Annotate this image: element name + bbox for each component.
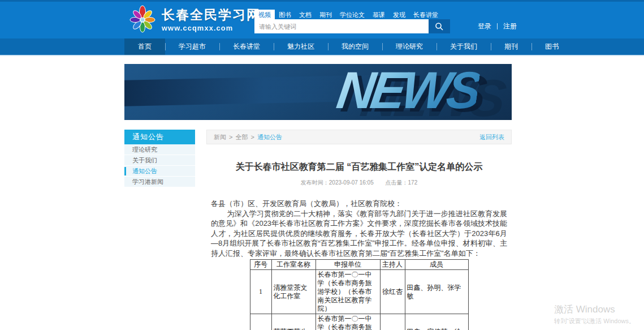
main-nav: 首页 学习超市 长春讲堂 魅力社区 我的空间 理论研究 关于我们 期刊 图书 — [0, 38, 644, 55]
table-header-members: 成员 — [405, 260, 468, 270]
sidebar-item-about[interactable]: 关于我们 — [124, 155, 195, 166]
nav-item-home[interactable]: 首页 — [124, 38, 165, 55]
workshop-table: 序号 工作室名称 申报单位 主持人 成员 1 清雅堂茶文化工作室 长春市第一〇一… — [250, 259, 469, 330]
search-block: 视频 图书 文档 期刊 学位论文 慕课 发现 长春讲堂 — [254, 10, 450, 33]
sidebar-item-theory[interactable]: 理论研究 — [124, 144, 195, 155]
cell-org: 长春市第一〇一中学（长春市商务旅游学校）（长春市南关区社区教育学院） — [315, 270, 380, 314]
cell-org: 长春市第一〇一中学（长春市商务旅游学校）（长春市南关区社区教育学院） — [315, 314, 380, 330]
search-tab-theses[interactable]: 学位论文 — [336, 10, 369, 19]
search-input[interactable] — [254, 19, 429, 33]
article-paragraph: 各县（市）区、开发区教育局（文教局），社区教育院校： — [211, 199, 507, 209]
breadcrumb-separator: > — [229, 134, 232, 140]
table-header-org: 申报单位 — [315, 260, 380, 270]
nav-item-journal[interactable]: 期刊 — [491, 38, 531, 55]
search-tab-journals[interactable]: 期刊 — [315, 10, 336, 19]
watermark-subtitle: 转到“设置”以激活 Windows。 — [554, 317, 635, 325]
search-button[interactable] — [429, 19, 450, 33]
breadcrumb-separator: > — [250, 134, 254, 140]
table-row: 2 花艺园艺生活工作室 长春市第一〇一中学（长春市商务旅游学校）（长春市南关区社… — [250, 314, 468, 330]
breadcrumb-current: 通知公告 — [257, 133, 282, 142]
cell-name: 花艺园艺生活工作室 — [271, 314, 315, 330]
article-title: 关于长春市社区教育第二届 “百艺雅集工作室”认定名单的公示 — [206, 161, 512, 173]
table-header-host: 主持人 — [380, 260, 405, 270]
site-title: 长春全民学习网 — [162, 6, 261, 24]
back-to-list-link[interactable]: 返回列表 — [479, 133, 504, 142]
nav-item-changchun-lecture[interactable]: 长春讲堂 — [219, 38, 274, 55]
sidebar-title: 通知公告 — [124, 130, 195, 144]
site-logo[interactable]: 长春全民学习网 www.ccqmxx.com — [129, 5, 261, 34]
article-meta: 发布时间：2023-09-07 16:05 点击量：172 — [206, 179, 512, 187]
nav-item-theory[interactable]: 理论研究 — [382, 38, 436, 55]
auth-divider — [497, 23, 498, 29]
login-link[interactable]: 登录 — [478, 22, 491, 31]
sidebar: 通知公告 理论研究 关于我们 通知公告 学习港新闻 — [124, 130, 195, 187]
search-tab-mooc[interactable]: 慕课 — [369, 10, 389, 19]
site-url: www.ccqmxx.com — [162, 24, 261, 32]
table-header-name: 工作室名称 — [271, 260, 315, 270]
main-content: 新闻 > 全部 > 通知公告 返回列表 关于长春市社区教育第二届 “百艺雅集工作… — [206, 130, 512, 330]
search-tabs: 视频 图书 文档 期刊 学位论文 慕课 发现 长春讲堂 — [254, 10, 450, 19]
search-tab-books[interactable]: 图书 — [275, 10, 295, 19]
nav-item-books[interactable]: 图书 — [531, 38, 572, 55]
table-row: 1 清雅堂茶文化工作室 长春市第一〇一中学（长春市商务旅游学校）（长春市南关区社… — [250, 270, 468, 314]
watermark-title: 激活 Windows — [554, 303, 635, 316]
windows-activation-watermark: 激活 Windows 转到“设置”以激活 Windows。 — [554, 303, 635, 325]
table-header-row: 序号 工作室名称 申报单位 主持人 成员 — [250, 260, 468, 270]
sidebar-item-news[interactable]: 学习港新闻 — [124, 177, 195, 187]
nav-item-my-space[interactable]: 我的空间 — [328, 38, 382, 55]
search-tab-video[interactable]: 视频 — [254, 10, 275, 19]
table-header-no: 序号 — [250, 260, 271, 270]
nav-item-learning-market[interactable]: 学习超市 — [165, 38, 219, 55]
article-paragraph: 为深入学习贯彻党的二十大精神，落实《教育部等九部门关于进一步推进社区教育发展的意… — [211, 209, 507, 259]
cell-no: 2 — [250, 314, 271, 330]
cell-host: 刘丹 — [380, 314, 405, 330]
search-tab-discover[interactable]: 发现 — [389, 10, 409, 19]
sidebar-item-notices[interactable]: 通知公告 — [124, 166, 195, 177]
nav-item-about[interactable]: 关于我们 — [436, 38, 491, 55]
search-tab-docs[interactable]: 文档 — [295, 10, 315, 19]
search-icon — [435, 22, 444, 31]
news-banner: NEWS NEWS NEWS — [124, 64, 512, 120]
cell-members: 田鑫、宗佳慧、徐红杏、刘萌萌 — [405, 314, 468, 330]
register-link[interactable]: 注册 — [503, 22, 517, 31]
nav-underline — [0, 55, 644, 56]
cell-no: 1 — [250, 270, 271, 314]
breadcrumb-news[interactable]: 新闻 — [214, 133, 226, 142]
news-banner-text: NEWS — [334, 64, 482, 116]
cell-name: 清雅堂茶文化工作室 — [271, 270, 315, 314]
breadcrumb: 新闻 > 全部 > 通知公告 返回列表 — [206, 130, 512, 144]
nav-item-community[interactable]: 魅力社区 — [274, 38, 328, 55]
cell-host: 徐红杏 — [380, 270, 405, 314]
breadcrumb-all[interactable]: 全部 — [235, 133, 248, 142]
logo-flower-icon — [129, 5, 156, 34]
cell-members: 田鑫、孙明、张学敏 — [405, 270, 468, 314]
search-tab-lecture[interactable]: 长春讲堂 — [409, 10, 442, 19]
click-count: 点击量：172 — [386, 179, 418, 186]
auth-links: 登录 注册 — [478, 22, 517, 31]
article-body: 各县（市）区、开发区教育局（文教局），社区教育院校： 为深入学习贯彻党的二十大精… — [206, 199, 512, 258]
publish-time: 发布时间：2023-09-07 16:05 — [301, 179, 374, 186]
